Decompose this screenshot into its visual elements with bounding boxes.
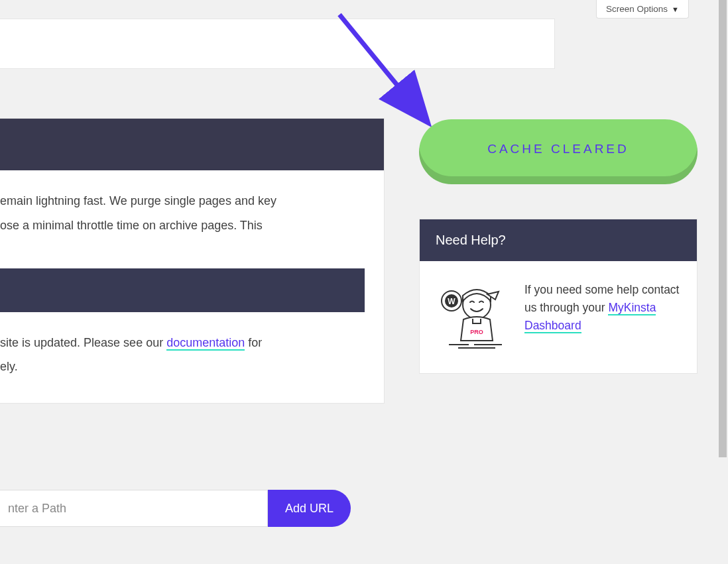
add-url-button[interactable]: Add URL bbox=[268, 490, 351, 527]
chevron-down-icon: ▼ bbox=[672, 5, 679, 13]
main-content-card: emain lightning fast. We purge single pa… bbox=[0, 118, 385, 404]
description-line-1: emain lightning fast. We purge single pa… bbox=[0, 192, 384, 211]
svg-text:PRO: PRO bbox=[470, 329, 483, 335]
card-body-2: site is updated. Please see our document… bbox=[0, 312, 384, 404]
svg-text:W: W bbox=[448, 297, 455, 306]
support-pro-illustration-icon: W PRO bbox=[436, 281, 509, 351]
help-card-title: Need Help? bbox=[420, 219, 697, 261]
screen-options-label: Screen Options bbox=[606, 4, 668, 14]
card-header-bar bbox=[0, 119, 384, 170]
help-card-body: W PRO If you need some help contact us t… bbox=[420, 261, 697, 373]
screen-options-tab[interactable]: Screen Options ▼ bbox=[596, 0, 689, 19]
description-line-3: site is updated. Please see our document… bbox=[0, 333, 384, 353]
description-line-2: ose a minimal throttle time on archive p… bbox=[0, 216, 384, 235]
scrollbar-track[interactable] bbox=[717, 0, 728, 564]
documentation-link[interactable]: documentation bbox=[166, 336, 245, 351]
top-panel bbox=[0, 19, 555, 69]
url-input-row: Add URL bbox=[0, 490, 351, 527]
help-text: If you need some help contact us through… bbox=[524, 281, 681, 335]
path-input[interactable] bbox=[0, 490, 268, 527]
url-section: Add URL bbox=[0, 435, 363, 553]
cache-cleared-label: CACHE CLEARED bbox=[487, 142, 629, 156]
card-body: emain lightning fast. We purge single pa… bbox=[0, 170, 384, 262]
help-card: Need Help? W PRO If you bbox=[419, 219, 698, 374]
description-line-4: ely. bbox=[0, 357, 384, 376]
scrollbar-thumb[interactable] bbox=[719, 0, 727, 457]
card-subheader-bar bbox=[0, 268, 365, 312]
cache-cleared-button[interactable]: CACHE CLEARED bbox=[419, 119, 698, 184]
